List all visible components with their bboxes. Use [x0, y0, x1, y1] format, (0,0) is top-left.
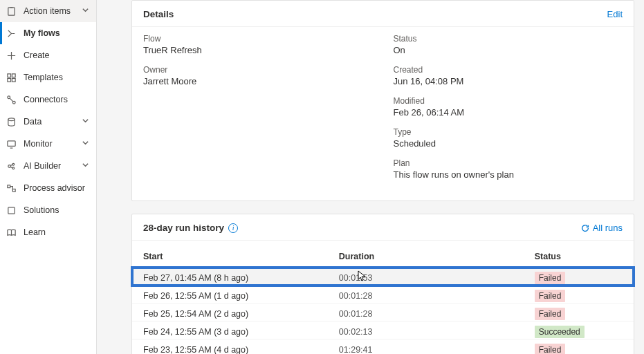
field-label: Type: [394, 127, 623, 137]
col-start: Start: [143, 252, 339, 261]
sidebar-item-label: Process advisor: [24, 183, 85, 193]
svg-rect-3: [7, 78, 10, 82]
field-flow: Flow TrueR Refresh: [143, 34, 373, 55]
chevron-down-icon: [82, 161, 89, 171]
field-value: Scheduled: [394, 138, 623, 149]
run-duration: 00:01:53: [339, 273, 535, 283]
field-type: Type Scheduled: [394, 127, 623, 149]
run-start: Feb 23, 12:55 AM (4 d ago): [143, 345, 339, 354]
svg-rect-12: [7, 185, 10, 187]
field-modified: Modified Feb 26, 06:14 AM: [394, 96, 623, 118]
sidebar-item-solutions[interactable]: Solutions: [0, 199, 96, 221]
field-status: Status On: [394, 34, 623, 55]
ai-icon: [6, 160, 17, 171]
run-history-card: 28-day run history i All runs Start Dura…: [131, 214, 634, 354]
chevron-down-icon: [82, 117, 89, 127]
field-label: Status: [394, 34, 623, 44]
svg-point-9: [8, 165, 10, 167]
monitor-icon: [6, 138, 17, 149]
runs-body: Feb 27, 01:45 AM (8 h ago)00:01:53Failed…: [132, 268, 634, 354]
all-runs-link[interactable]: All runs: [580, 223, 623, 233]
templates-icon: [6, 72, 17, 83]
run-history-header: 28-day run history i All runs: [132, 214, 634, 241]
edit-link[interactable]: Edit: [607, 9, 623, 19]
chevron-down-icon: [82, 139, 89, 149]
sidebar-item-label: Create: [24, 50, 50, 60]
run-start: Feb 26, 12:55 AM (1 d ago): [143, 291, 339, 301]
refresh-icon: [580, 223, 590, 233]
field-value: Feb 26, 06:14 AM: [394, 107, 623, 118]
sidebar-item-create[interactable]: Create: [0, 44, 96, 66]
svg-rect-2: [12, 73, 15, 77]
main-content: Details Edit Flow TrueR Refresh Owner Ja…: [97, 0, 644, 354]
details-col-left: Flow TrueR Refresh Owner Jarrett Moore: [143, 34, 373, 189]
sidebar-item-process-advisor[interactable]: Process advisor: [0, 177, 96, 199]
sidebar-item-label: Connectors: [24, 95, 68, 104]
sidebar-item-templates[interactable]: Templates: [0, 66, 96, 88]
svg-rect-14: [8, 207, 14, 213]
sidebar-item-data[interactable]: Data: [0, 111, 96, 133]
field-label: Owner: [143, 65, 373, 75]
status-badge: Failed: [535, 344, 566, 354]
mouse-cursor-icon: [358, 270, 367, 281]
status-badge: Failed: [535, 290, 566, 302]
clipboard-icon: [6, 6, 17, 17]
run-row[interactable]: Feb 26, 12:55 AM (1 d ago)00:01:28Failed: [132, 286, 634, 304]
run-status-cell: Failed: [535, 344, 623, 354]
solutions-icon: [6, 205, 17, 216]
connectors-icon: [6, 94, 17, 105]
run-row[interactable]: Feb 27, 01:45 AM (8 h ago)00:01:53Failed: [132, 268, 634, 286]
data-icon: [6, 116, 17, 127]
svg-rect-1: [7, 73, 10, 77]
run-row[interactable]: Feb 24, 12:55 AM (3 d ago)00:02:13Succee…: [132, 322, 634, 339]
field-label: Created: [394, 65, 623, 75]
plus-icon: [6, 50, 17, 61]
sidebar-item-my-flows[interactable]: My flows: [0, 22, 96, 44]
svg-rect-8: [7, 140, 15, 146]
svg-rect-4: [12, 78, 15, 82]
run-duration: 00:01:28: [339, 291, 535, 301]
sidebar-item-label: My flows: [24, 28, 60, 38]
run-status-cell: Failed: [535, 272, 623, 284]
sidebar: Action items My flows Create Templates C…: [0, 0, 97, 354]
sidebar-item-label: AI Builder: [24, 161, 61, 171]
runs-head: Start Duration Status: [132, 241, 634, 268]
field-value: Jarrett Moore: [143, 76, 373, 86]
details-body: Flow TrueR Refresh Owner Jarrett Moore S…: [132, 27, 634, 201]
learn-icon: [6, 227, 17, 238]
run-start: Feb 25, 12:54 AM (2 d ago): [143, 309, 339, 319]
field-value: This flow runs on owner's plan: [394, 169, 623, 180]
all-runs-label: All runs: [593, 223, 623, 233]
field-owner: Owner Jarrett Moore: [143, 65, 373, 86]
sidebar-item-label: Data: [24, 117, 42, 127]
col-status: Status: [535, 252, 623, 261]
run-row[interactable]: Feb 23, 12:55 AM (4 d ago)01:29:41Failed: [132, 339, 634, 354]
details-card: Details Edit Flow TrueR Refresh Owner Ja…: [131, 0, 634, 201]
svg-point-7: [8, 118, 14, 120]
run-start: Feb 27, 01:45 AM (8 h ago): [143, 273, 339, 283]
field-created: Created Jun 16, 04:08 PM: [394, 65, 623, 86]
field-label: Modified: [394, 96, 623, 106]
field-value: Jun 16, 04:08 PM: [394, 76, 623, 86]
col-duration: Duration: [339, 252, 535, 261]
details-title: Details: [143, 9, 174, 19]
sidebar-item-connectors[interactable]: Connectors: [0, 88, 96, 111]
status-badge: Failed: [535, 272, 566, 284]
run-row[interactable]: Feb 25, 12:54 AM (2 d ago)00:01:28Failed: [132, 304, 634, 322]
run-duration: 00:02:13: [339, 327, 535, 337]
chevron-down-icon: [82, 6, 89, 16]
sidebar-item-label: Learn: [24, 227, 46, 237]
sidebar-item-label: Templates: [24, 73, 63, 82]
run-history-title: 28-day run history: [143, 223, 224, 233]
info-icon[interactable]: i: [228, 223, 238, 233]
sidebar-item-ai-builder[interactable]: AI Builder: [0, 155, 96, 177]
svg-point-6: [12, 101, 15, 104]
field-value: On: [394, 45, 623, 55]
sidebar-item-learn[interactable]: Learn: [0, 221, 96, 243]
sidebar-item-action-items[interactable]: Action items: [0, 0, 96, 22]
svg-rect-0: [8, 7, 14, 15]
field-value: TrueR Refresh: [143, 45, 373, 55]
run-status-cell: Succeeded: [535, 326, 623, 338]
field-label: Flow: [143, 34, 373, 44]
sidebar-item-monitor[interactable]: Monitor: [0, 133, 96, 155]
